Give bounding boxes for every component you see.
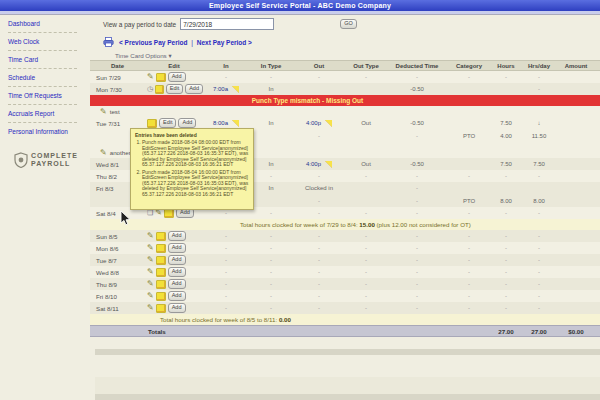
cell-date: Sat 8/11: [90, 305, 145, 312]
print-icon[interactable]: [103, 37, 114, 47]
cell-date: Mon 8/6: [90, 245, 145, 252]
footer-band: [95, 394, 600, 400]
note-icon[interactable]: [155, 85, 164, 94]
edit-pencil-icon[interactable]: ✎: [100, 108, 107, 116]
note-text: test: [110, 108, 120, 115]
add-button[interactable]: Add: [168, 291, 186, 301]
next-pay-period-link[interactable]: Next Pay Period >: [197, 39, 252, 46]
cell-hrs: -: [491, 281, 521, 287]
previous-pay-period-link[interactable]: < Previous Pay Period: [119, 39, 187, 46]
add-button[interactable]: Add: [168, 255, 186, 265]
cell-ded-value: -0.50: [410, 86, 424, 92]
sidebar-item-web-clock[interactable]: Web Clock: [0, 33, 95, 50]
warning-flag-icon[interactable]: [232, 86, 239, 93]
cell-hrs-value: -: [505, 74, 507, 80]
note-icon[interactable]: [156, 304, 166, 313]
table-row: Mon 8/6✎Add--------: [90, 242, 600, 254]
sidebar-item-personal-information[interactable]: Personal Information: [0, 123, 95, 140]
cell-date: Wed 8/8: [90, 269, 145, 276]
link-separator: |: [191, 39, 193, 46]
add-button[interactable]: Add: [185, 84, 203, 94]
edit-pencil-icon[interactable]: ✎: [147, 292, 154, 300]
cell-hday: -: [521, 257, 557, 263]
app-title-bar: Employee Self Service Portal - ABC Demo …: [0, 0, 600, 11]
cell-ded-value: -: [416, 173, 418, 179]
go-button[interactable]: GO: [340, 19, 357, 29]
cell-hrs: -: [491, 269, 521, 275]
note-icon[interactable]: [156, 232, 166, 241]
cell-ded: -: [387, 210, 447, 216]
complete-payroll-logo: COMPLETE PAYROLL: [0, 152, 95, 168]
cell-out-value: -: [318, 281, 320, 287]
column-header: Out Type: [345, 63, 387, 69]
cell-cat-value: -: [468, 257, 470, 263]
edit-pencil-icon[interactable]: ✎: [100, 149, 107, 157]
warning-flag-icon[interactable]: [325, 161, 332, 168]
sidebar-item-schedule[interactable]: Schedule: [0, 69, 95, 86]
add-button[interactable]: Add: [168, 231, 186, 241]
cell-hday: -: [521, 86, 557, 92]
time-card-options-dropdown[interactable]: Time Card Options ▾: [115, 52, 172, 59]
note-icon[interactable]: [156, 244, 166, 253]
history-clock-icon[interactable]: ◷: [147, 85, 153, 93]
note-icon[interactable]: [147, 119, 157, 128]
edit-pencil-icon[interactable]: ✎: [147, 256, 154, 264]
warning-flag-icon[interactable]: [325, 120, 332, 127]
note-icon[interactable]: [156, 268, 166, 277]
note-row: ✎test: [90, 106, 600, 117]
cell-out: -: [293, 233, 345, 239]
cell-cat-value: PTO: [463, 198, 475, 204]
table-row: Thu 8/9✎Add--------: [90, 278, 600, 290]
cell-out_type-value: -: [365, 305, 367, 311]
document-icon[interactable]: ❏: [147, 209, 153, 217]
cell-ded-value: -: [416, 185, 418, 191]
sidebar-item-accruals-report[interactable]: Accruals Report: [0, 105, 95, 122]
cell-date: Sun 8/5: [90, 233, 145, 240]
edit-pencil-icon[interactable]: ✎: [155, 209, 162, 217]
cell-edit: ◷EditAdd: [145, 84, 203, 94]
cell-edit: EditAdd: [145, 118, 203, 128]
add-button[interactable]: Add: [168, 279, 186, 289]
edit-button[interactable]: Edit: [159, 118, 176, 128]
add-button[interactable]: Add: [178, 118, 196, 128]
tooltip-item: Punch made 2018-08-04 08:00:00 EDT from …: [142, 140, 249, 168]
cell-cat-value: -: [468, 281, 470, 287]
cell-edit: ✎Add: [145, 279, 203, 289]
add-button[interactable]: Add: [168, 243, 186, 253]
warning-flag-icon[interactable]: [232, 120, 239, 127]
edit-pencil-icon[interactable]: ✎: [147, 268, 154, 276]
add-button[interactable]: Add: [168, 303, 186, 313]
cell-out: -: [293, 269, 345, 275]
cell-out: -: [293, 198, 345, 204]
edit-pencil-icon[interactable]: ✎: [147, 244, 154, 252]
edit-pencil-icon[interactable]: ✎: [147, 304, 154, 312]
sidebar-item-time-off-requests[interactable]: Time Off Requests: [0, 87, 95, 104]
cell-hday: -: [521, 281, 557, 287]
cell-ded-value: -: [416, 293, 418, 299]
edit-pencil-icon[interactable]: ✎: [147, 280, 154, 288]
cell-in_type: -: [249, 210, 293, 216]
cell-in-value: -: [225, 74, 227, 80]
edit-button[interactable]: Edit: [166, 84, 183, 94]
edit-pencil-icon[interactable]: ✎: [147, 73, 154, 81]
add-button[interactable]: Add: [168, 267, 186, 277]
note-icon[interactable]: [156, 280, 166, 289]
column-header: Hours: [491, 63, 521, 69]
sidebar-item-dashboard[interactable]: Dashboard: [0, 15, 95, 32]
note-icon[interactable]: [156, 256, 166, 265]
cell-out: 4:00p: [293, 161, 345, 168]
note-icon[interactable]: [156, 73, 166, 82]
edit-pencil-icon[interactable]: ✎: [147, 232, 154, 240]
cell-hday-value: -: [538, 281, 540, 287]
cell-cat-value: -: [468, 74, 470, 80]
sidebar-item-time-card[interactable]: Time Card: [0, 51, 95, 68]
cell-in_type: -: [249, 281, 293, 287]
cell-hrs-value: -: [505, 305, 507, 311]
cell-ded: -0.50: [387, 86, 447, 92]
cell-in_type: -: [249, 293, 293, 299]
note-icon[interactable]: [156, 292, 166, 301]
add-button[interactable]: Add: [168, 72, 186, 82]
pay-period-date-input[interactable]: [180, 18, 274, 30]
cell-ded: -: [387, 233, 447, 239]
cell-hrs-value: 7.50: [500, 120, 512, 126]
